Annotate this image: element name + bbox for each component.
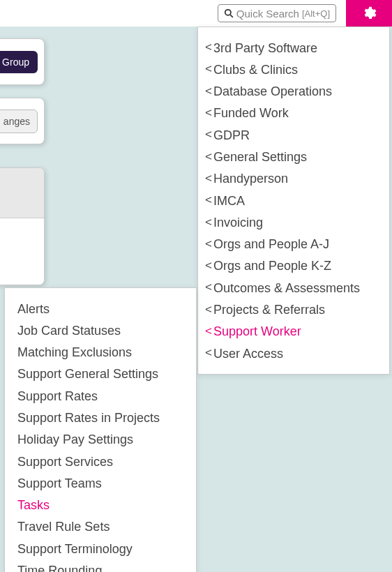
menu-item-label: Handyperson xyxy=(213,170,288,187)
submenu-item[interactable]: Support Teams xyxy=(17,472,188,494)
chevron-left-icon: < xyxy=(205,61,212,77)
menu-item[interactable]: <Outcomes & Assessments xyxy=(205,277,381,299)
left-panel-changes: anges xyxy=(0,98,45,144)
menu-item-label: Orgs and People K-Z xyxy=(213,257,331,274)
menu-item[interactable]: <3rd Party Software xyxy=(205,37,381,59)
menu-item-label: Invoicing xyxy=(213,214,263,231)
menu-item-label: Clubs & Clinics xyxy=(213,61,298,78)
submenu-item[interactable]: Tasks xyxy=(17,495,188,516)
menu-item[interactable]: <Clubs & Clinics xyxy=(205,59,381,80)
submenu-item[interactable]: Matching Exclusions xyxy=(17,342,188,363)
menu-item[interactable]: <General Settings xyxy=(205,146,381,167)
menu-item-label: IMCA xyxy=(213,193,245,209)
submenu-item[interactable]: Support Rates xyxy=(17,385,188,407)
submenu-item[interactable]: Holiday Pay Settings xyxy=(17,429,188,451)
gear-icon xyxy=(361,6,377,21)
group-button[interactable]: Group xyxy=(0,51,38,73)
chevron-left-icon: < xyxy=(205,215,212,231)
table-header xyxy=(0,168,44,218)
menu-item[interactable]: <GDPR xyxy=(205,124,381,146)
menu-item[interactable]: <Orgs and People K-Z xyxy=(205,255,381,277)
submenu-item[interactable]: Support Services xyxy=(17,451,188,472)
menu-item[interactable]: <Orgs and People A-J xyxy=(205,234,381,255)
svg-point-0 xyxy=(225,10,231,15)
menu-item-label: Funded Work xyxy=(213,105,289,121)
menu-item-label: GDPR xyxy=(213,127,250,144)
svg-line-1 xyxy=(230,15,233,17)
chevron-left-icon: < xyxy=(205,127,212,143)
chevron-left-icon: < xyxy=(205,302,212,318)
menu-item-label: User Access xyxy=(213,345,283,362)
chevron-left-icon: < xyxy=(205,258,212,274)
chevron-left-icon: < xyxy=(205,345,212,361)
menu-item[interactable]: <User Access xyxy=(205,343,381,364)
left-panel-table xyxy=(0,167,45,285)
menu-item[interactable]: <Support Worker xyxy=(205,321,381,343)
search-shortcut: [Alt+Q] xyxy=(302,8,330,19)
chevron-left-icon: < xyxy=(205,40,212,56)
chevron-left-icon: < xyxy=(205,84,212,100)
submenu-item[interactable]: Time Rounding xyxy=(17,560,188,572)
menu-item-label: General Settings xyxy=(213,149,307,165)
menu-item-label: Support Worker xyxy=(213,323,301,340)
menu-item[interactable]: <Database Operations xyxy=(205,81,381,103)
menu-item-label: Outcomes & Assessments xyxy=(213,280,360,296)
submenu-item[interactable]: Job Card Statuses xyxy=(17,319,188,341)
changes-button[interactable]: anges xyxy=(0,110,38,133)
search-placeholder: Quick Search xyxy=(236,8,299,20)
menu-item[interactable]: <Funded Work xyxy=(205,103,381,124)
search-icon xyxy=(224,8,234,18)
menu-item-label: Database Operations xyxy=(213,83,332,100)
settings-main-menu: <3rd Party Software<Clubs & Clinics<Data… xyxy=(197,27,390,375)
chevron-left-icon: < xyxy=(205,149,212,165)
menu-item[interactable]: <Projects & Referrals xyxy=(205,299,381,321)
settings-button[interactable] xyxy=(346,0,392,27)
menu-item-label: 3rd Party Software xyxy=(213,40,317,57)
menu-item-label: Projects & Referrals xyxy=(213,301,325,318)
menu-item[interactable]: <Handyperson xyxy=(205,168,381,190)
chevron-left-icon: < xyxy=(205,280,212,296)
table-body xyxy=(0,218,44,285)
chevron-left-icon: < xyxy=(205,105,212,121)
menu-item-label: Orgs and People A-J xyxy=(213,236,329,253)
submenu-item[interactable]: Support Rates in Projects xyxy=(17,407,188,428)
submenu-item[interactable]: Support General Settings xyxy=(17,363,188,385)
chevron-left-icon: < xyxy=(205,193,212,209)
chevron-left-icon: < xyxy=(205,171,212,187)
submenu-item[interactable]: Support Terminology xyxy=(17,538,188,559)
top-bar: Quick Search [Alt+Q] xyxy=(0,0,392,27)
search-input[interactable]: Quick Search [Alt+Q] xyxy=(218,4,336,22)
submenu-item[interactable]: Alerts xyxy=(17,298,188,319)
menu-item[interactable]: <Invoicing xyxy=(205,211,381,233)
chevron-left-icon: < xyxy=(205,324,212,340)
chevron-left-icon: < xyxy=(205,236,212,253)
menu-item[interactable]: <IMCA xyxy=(205,190,381,211)
submenu-item[interactable]: Travel Rule Sets xyxy=(17,516,188,538)
settings-submenu: AlertsJob Card StatusesMatching Exclusio… xyxy=(4,287,197,572)
left-panel-group: Group xyxy=(0,38,45,85)
